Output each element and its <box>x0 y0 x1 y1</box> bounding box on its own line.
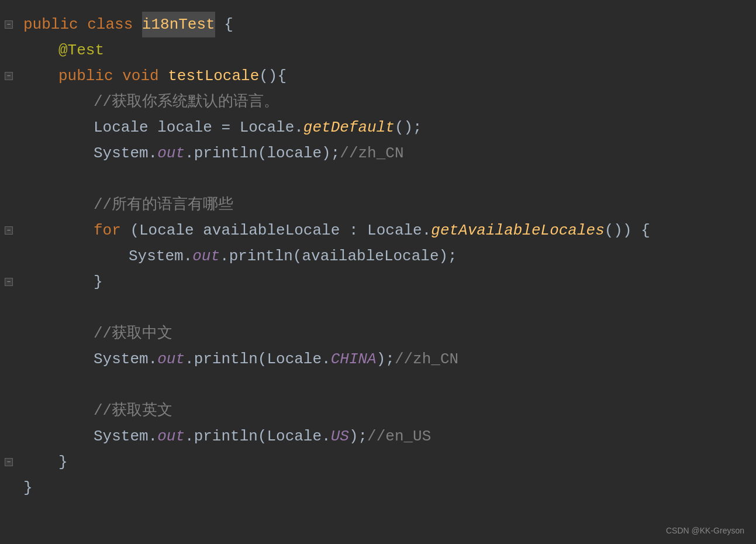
code-line-17: System.out.println(Locale.US);//en_US <box>23 424 744 449</box>
out-field-3: out <box>157 346 185 372</box>
code-line-4: //获取你系统默认的语言。 <box>23 89 744 115</box>
println-1: .println(locale); <box>185 140 340 166</box>
for-brace-close: } <box>94 269 103 295</box>
fold-gutter: − − − − − <box>0 6 18 538</box>
println-3b: ); <box>377 346 395 372</box>
fold-cell-18: − <box>0 449 18 475</box>
for-header: (Locale availableLocale : Locale. <box>121 218 431 243</box>
fold-cell-8 <box>0 192 18 218</box>
code-line-13: //获取中文 <box>23 321 744 346</box>
code-line-11: } <box>23 269 744 295</box>
get-available-locales-method: getAvailableLocales <box>431 218 604 243</box>
fold-cell-1: − <box>0 12 18 37</box>
code-line-1: public class i18nTest { <box>23 12 744 37</box>
comment-3: //所有的语言有哪些 <box>94 192 233 218</box>
code-line-2: @Test <box>23 37 744 63</box>
fold-cell-13 <box>0 321 18 346</box>
keyword-void: void <box>122 63 168 89</box>
system-3: System. <box>94 346 157 372</box>
fold-cell-11: − <box>0 269 18 295</box>
comment-7: //en_US <box>367 424 431 449</box>
semi-1: (); <box>395 115 422 140</box>
system-4: System. <box>94 424 157 449</box>
code-line-10: System.out.println(availableLocale); <box>23 243 744 269</box>
code-editor: − − − − − public class i18nTest { <box>0 0 756 544</box>
println-2: .println(availableLocale); <box>220 243 457 269</box>
fold-btn-1[interactable]: − <box>5 20 13 29</box>
fold-cell-16 <box>0 398 18 424</box>
fold-cell-5 <box>0 115 18 140</box>
fold-cell-4 <box>0 89 18 115</box>
code-line-5: Locale locale = Locale.getDefault(); <box>23 115 744 140</box>
code-line-3: public void testLocale(){ <box>23 63 744 89</box>
fold-cell-2 <box>0 37 18 63</box>
code-line-9: for (Locale availableLocale : Locale.get… <box>23 218 744 243</box>
fold-btn-3[interactable]: − <box>5 72 13 80</box>
fold-cell-14 <box>0 346 18 372</box>
code-line-8: //所有的语言有哪些 <box>23 192 744 218</box>
keyword-class: class <box>87 12 142 37</box>
system-1: System. <box>94 140 157 166</box>
code-line-16: //获取英文 <box>23 398 744 424</box>
comment-2: //zh_CN <box>340 140 403 166</box>
code-line-14: System.out.println(Locale.CHINA);//zh_CN <box>23 346 744 372</box>
fold-cell-19 <box>0 475 18 501</box>
code-line-12 <box>23 295 744 321</box>
code-line-15 <box>23 372 744 398</box>
system-2: System. <box>129 243 192 269</box>
fold-btn-18[interactable]: − <box>5 458 13 466</box>
watermark: CSDN @KK-Greyson <box>666 526 744 535</box>
locale-decl: Locale locale = Locale. <box>94 115 303 140</box>
us-field: US <box>331 424 349 449</box>
out-field-1: out <box>157 140 185 166</box>
fold-cell-17 <box>0 424 18 449</box>
fold-btn-11[interactable]: − <box>5 278 13 286</box>
comment-6: //获取英文 <box>94 398 172 424</box>
code-line-6: System.out.println(locale);//zh_CN <box>23 140 744 166</box>
china-field: CHINA <box>331 346 377 372</box>
keyword-public2: public <box>58 63 122 89</box>
brace-open: { <box>215 12 233 37</box>
get-default-method: getDefault <box>303 115 395 140</box>
println-4a: .println(Locale. <box>185 424 331 449</box>
println-3a: .println(Locale. <box>185 346 331 372</box>
annotation-test: @Test <box>58 37 104 63</box>
code-content: public class i18nTest { @Test public voi… <box>18 6 756 538</box>
comment-5: //zh_CN <box>395 346 458 372</box>
fold-cell-6 <box>0 140 18 166</box>
method-name: testLocale <box>168 63 259 89</box>
fold-cell-3: − <box>0 63 18 89</box>
fold-btn-9[interactable]: − <box>5 226 13 235</box>
code-line-7 <box>23 166 744 192</box>
keyword-for: for <box>94 218 121 243</box>
fold-cell-7 <box>0 166 18 192</box>
class-brace-close: } <box>23 475 33 501</box>
out-field-2: out <box>192 243 220 269</box>
code-line-19: } <box>23 475 744 501</box>
fold-cell-15 <box>0 372 18 398</box>
for-close: ()) { <box>605 218 650 243</box>
comment-4: //获取中文 <box>94 321 172 346</box>
fold-cell-9: − <box>0 218 18 243</box>
comment-1: //获取你系统默认的语言。 <box>94 89 279 115</box>
code-line-18: } <box>23 449 744 475</box>
method-paren: (){ <box>259 63 286 89</box>
out-field-4: out <box>157 424 185 449</box>
class-name-highlighted: i18nTest <box>142 12 215 37</box>
fold-cell-10 <box>0 243 18 269</box>
fold-cell-12 <box>0 295 18 321</box>
method-brace-close: } <box>58 449 68 475</box>
keyword-public: public <box>23 12 87 37</box>
println-4b: ); <box>349 424 367 449</box>
